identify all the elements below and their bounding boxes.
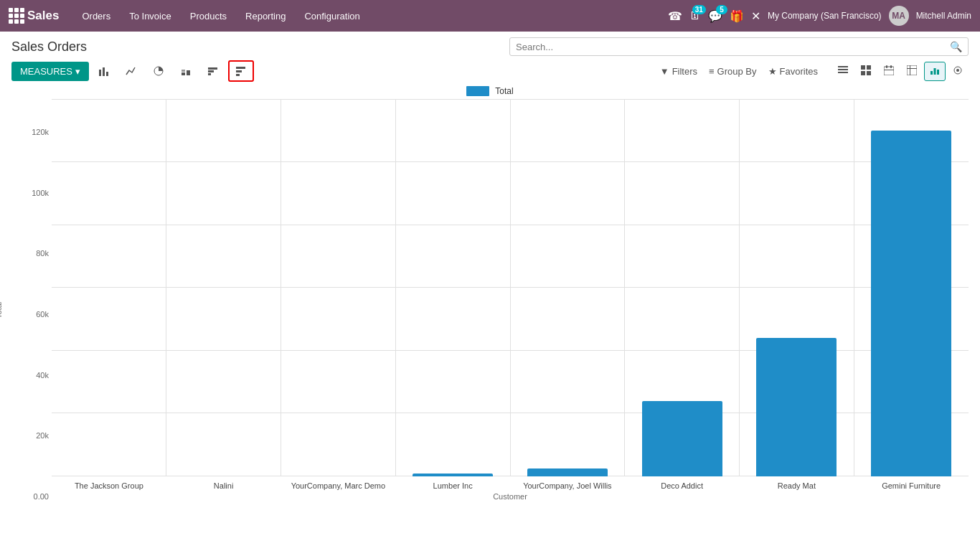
svg-rect-11 [236, 70, 242, 72]
bar-6[interactable] [756, 338, 837, 476]
phone-icon[interactable]: ☎ [668, 9, 682, 23]
subheader: Sales Orders 🔍 [0, 32, 980, 56]
search-input[interactable] [516, 42, 950, 52]
message-icon[interactable]: 💬 5 [708, 9, 722, 23]
svg-rect-15 [838, 72, 848, 73]
avatar[interactable]: MA [889, 6, 909, 26]
y-label-80k: 80k [36, 249, 49, 258]
bar-4[interactable] [527, 468, 608, 476]
navbar-right: ☎ 🗓 31 💬 5 🎁 ✕ My Company (San Francisco… [668, 6, 971, 26]
x-label-7: Gemini Furniture [854, 481, 969, 491]
x-label-2: YourCompany, Marc Demo [281, 481, 396, 491]
svg-rect-7 [208, 73, 211, 75]
x-label-6: Ready Mat [740, 481, 854, 491]
svg-rect-23 [884, 70, 894, 70]
filter-icon: ▼ [660, 66, 669, 77]
x-axis-labels: The Jackson GroupNaliniYourCompany, Marc… [52, 481, 969, 491]
nav-orders[interactable]: Orders [73, 6, 119, 26]
x-label-5: Deco Addict [625, 481, 740, 491]
filters-label: Filters [672, 66, 697, 77]
bar-7[interactable] [871, 131, 951, 476]
x-label-3: Lumber Inc [395, 481, 510, 491]
legend-color [466, 86, 489, 96]
bar-group-3 [395, 99, 510, 476]
legend-label: Total [495, 86, 513, 96]
x-label-0: The Jackson Group [52, 481, 166, 491]
svg-rect-9 [208, 67, 217, 70]
x-label-4: YourCompany, Joel Willis [510, 481, 625, 491]
app-title: Sales [27, 9, 59, 23]
view-pivot-button[interactable] [901, 62, 923, 81]
nav-products[interactable]: Products [182, 6, 235, 26]
svg-rect-0 [99, 70, 101, 76]
view-calendar-button[interactable] [878, 62, 900, 81]
svg-rect-22 [890, 65, 892, 68]
main-nav: Orders To Invoice Products Reporting Con… [73, 6, 664, 26]
bar-3[interactable] [413, 474, 493, 476]
svg-rect-14 [838, 69, 848, 70]
measures-label: MEASURES [20, 66, 72, 77]
navbar: Sales Orders To Invoice Products Reporti… [0, 0, 980, 32]
bar-group-6 [740, 99, 854, 476]
close-icon[interactable]: ✕ [751, 9, 760, 23]
svg-rect-26 [910, 65, 910, 75]
company-name: My Company (San Francisco) [768, 11, 882, 21]
filters-button[interactable]: ▼ Filters [660, 66, 697, 77]
nav-invoice[interactable]: To Invoice [121, 6, 180, 26]
bars-row [52, 99, 969, 476]
groupby-button[interactable]: ≡ Group By [709, 66, 757, 77]
chart-legend: Total [11, 86, 969, 96]
x-label-1: Nalini [166, 481, 281, 491]
y-label-0: 0.00 [34, 492, 49, 501]
chart-type-sort[interactable] [201, 61, 225, 81]
svg-rect-5 [182, 70, 185, 72]
svg-rect-2 [106, 72, 108, 76]
favorites-button[interactable]: ★ Favorites [768, 66, 818, 77]
svg-rect-13 [838, 66, 848, 67]
svg-rect-6 [187, 70, 190, 75]
svg-rect-10 [236, 67, 245, 69]
view-list-button[interactable] [832, 62, 854, 81]
nav-reporting[interactable]: Reporting [237, 6, 294, 26]
filter-group: ▼ Filters ≡ Group By ★ Favorites [660, 66, 818, 77]
y-label-40k: 40k [36, 371, 49, 380]
svg-point-31 [956, 69, 959, 72]
measures-chevron: ▾ [75, 66, 80, 77]
svg-rect-24 [907, 65, 917, 75]
svg-rect-21 [886, 65, 887, 68]
bar-group-2 [281, 99, 396, 476]
bar-group-5 [625, 99, 740, 476]
y-label-120k: 120k [32, 128, 49, 136]
nav-configuration[interactable]: Configuration [296, 6, 368, 26]
gift-icon[interactable]: 🎁 [730, 9, 744, 23]
chart-type-line[interactable] [119, 61, 143, 81]
app-grid-icon[interactable] [9, 8, 24, 24]
search-bar[interactable]: 🔍 [509, 37, 969, 56]
chart-area: Total Total 120k 100k 80k 60k 40k 20k 0.… [0, 86, 980, 512]
chart-type-stack[interactable] [174, 61, 198, 81]
bar-5[interactable] [642, 401, 722, 476]
bar-group-1 [166, 99, 281, 476]
chart-type-barh[interactable] [228, 60, 254, 82]
search-icon: 🔍 [950, 41, 962, 52]
chart-type-bar[interactable] [92, 61, 116, 81]
chart-type-pie[interactable] [146, 61, 171, 81]
view-settings-button[interactable] [947, 62, 969, 81]
calendar-icon[interactable]: 🗓 31 [689, 9, 701, 22]
bar-group-0 [52, 99, 166, 476]
svg-rect-25 [907, 68, 917, 69]
view-graph-button[interactable] [924, 62, 946, 81]
svg-rect-4 [182, 72, 185, 75]
svg-rect-12 [236, 74, 240, 76]
chart-grid [52, 99, 969, 476]
calendar-badge: 31 [692, 5, 706, 14]
page-title: Sales Orders [11, 39, 87, 55]
chart-container: Total 120k 100k 80k 60k 40k 20k 0.00 [11, 99, 969, 501]
measures-button[interactable]: MEASURES ▾ [11, 62, 89, 81]
app-title-text: Sales [27, 9, 59, 23]
bar-group-7 [854, 99, 969, 476]
svg-rect-19 [867, 71, 871, 75]
y-axis-title: Total [0, 302, 3, 319]
y-label-100k: 100k [32, 189, 49, 197]
view-kanban-button[interactable] [855, 62, 877, 81]
